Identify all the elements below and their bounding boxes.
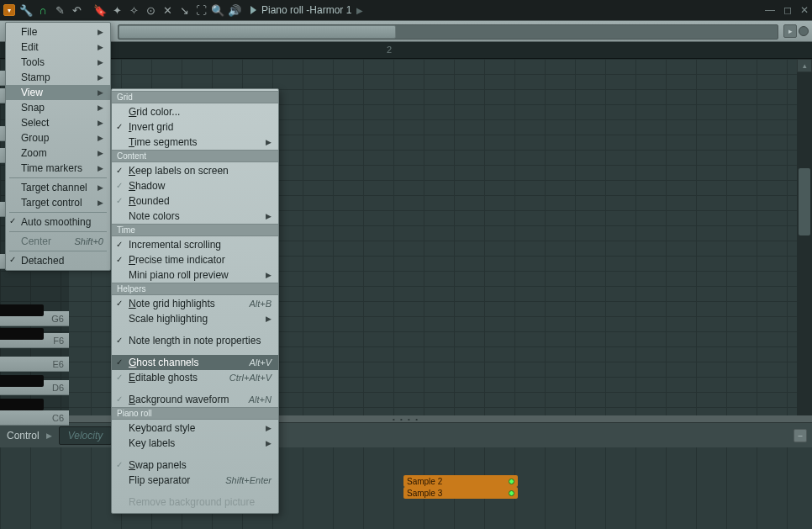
undo-icon[interactable]: ↶ [69, 3, 84, 18]
key-label[interactable]: E6 [0, 357, 69, 372]
menu-item-tools[interactable]: Tools▶ [6, 55, 110, 70]
chevron-right-icon: ▶ [266, 271, 272, 279]
menu-item-edit[interactable]: Edit▶ [6, 40, 110, 55]
control-minus-button[interactable]: – [794, 429, 807, 442]
submenu-item-grid-color-[interactable]: Grid color... [112, 104, 278, 119]
titlebar: ▾ 🔧 ∩ ✎ ↶ 🔖 ✦ ✧ ⊙ ✕ ↘ ⛶ 🔍 🔊 Piano roll -… [0, 0, 812, 20]
chevron-right-icon: ▶ [266, 138, 272, 146]
submenu-header: Piano roll [112, 407, 278, 420]
scroll-thumb[interactable] [799, 168, 810, 235]
submenu-item-swap-panels[interactable]: ✓Swap panels [112, 458, 278, 473]
chevron-right-icon: ▶ [266, 439, 272, 447]
control-target-chip[interactable]: Velocity [59, 426, 113, 445]
close-button[interactable]: ✕ [800, 4, 809, 16]
control-forward-icon[interactable]: ▶ [46, 431, 52, 440]
speaker-icon[interactable]: 🔊 [227, 3, 242, 18]
submenu-item-mini-piano-roll-preview[interactable]: Mini piano roll preview▶ [112, 267, 278, 283]
timeline-ruler[interactable]: 2 [0, 42, 812, 59]
menu-item-file[interactable]: File▶ [6, 24, 110, 40]
submenu-item-editable-ghosts[interactable]: ✓Editable ghostsCtrl+Alt+V [112, 370, 278, 385]
submenu-item-invert-grid[interactable]: ✓Invert grid [112, 119, 278, 135]
slice-icon[interactable]: ↘ [177, 3, 192, 18]
menu-item-target-control[interactable]: Target control▶ [6, 195, 110, 210]
submenu-item-note-colors[interactable]: Note colors▶ [112, 209, 278, 224]
menu-item-auto-smoothing[interactable]: ✓Auto smoothing [6, 214, 110, 230]
check-icon: ✓ [116, 373, 123, 382]
black-key[interactable] [0, 399, 44, 410]
submenu-item-ghost-channels[interactable]: ✓Ghost channelsAlt+V [112, 355, 278, 370]
check-icon: ✓ [116, 196, 123, 205]
menu-item-stamp[interactable]: Stamp▶ [6, 70, 110, 85]
sample-label: Sample 3 [407, 489, 442, 498]
vertical-scrollbar[interactable]: ▴ [797, 59, 812, 415]
wrench-icon[interactable]: 🔧 [18, 3, 34, 18]
check-icon: ✓ [116, 166, 123, 175]
black-key[interactable] [0, 304, 44, 316]
menu-item-detached[interactable]: ✓Detached [6, 253, 110, 268]
submenu-header: Time [112, 224, 278, 236]
sample-status-dot [509, 490, 514, 496]
check-icon: ✓ [116, 357, 123, 367]
wand-icon[interactable]: ✦ [109, 3, 124, 18]
black-key[interactable] [0, 375, 44, 387]
control-label: Control [7, 430, 40, 442]
sparkle-icon[interactable]: ✧ [126, 3, 141, 18]
overview-dot[interactable] [799, 26, 809, 36]
submenu-item-key-labels[interactable]: Key labels▶ [112, 436, 278, 451]
submenu-item-keyboard-style[interactable]: Keyboard style▶ [112, 421, 278, 436]
forward-icon[interactable]: ▶ [356, 6, 363, 15]
submenu-item-keep-labels-on-screen[interactable]: ✓Keep labels on screen [112, 163, 278, 178]
zoom-icon[interactable]: 🔍 [210, 3, 225, 18]
scroll-up-button[interactable]: ▴ [797, 59, 812, 72]
maximize-button[interactable]: ◻ [783, 4, 792, 16]
submenu-header: Helpers [112, 283, 278, 295]
toolbar: ◂ 1 ◂ ▸ ▸ [0, 20, 812, 42]
submenu-item-precise-time-indicator[interactable]: ✓Precise time indicator [112, 252, 278, 267]
menu-item-target-channel[interactable]: Target channel▶ [6, 180, 110, 195]
submenu-item-scale-highlighting[interactable]: Scale highlighting▶ [112, 311, 278, 326]
submenu-item-rounded[interactable]: ✓Rounded [112, 193, 278, 209]
minimize-button[interactable]: — [765, 4, 775, 16]
check-icon: ✓ [116, 181, 123, 190]
mute-icon[interactable]: ✕ [160, 3, 175, 18]
title-instrument: Harmor 1 [309, 4, 351, 16]
overview-scroll-thumb[interactable] [119, 25, 396, 39]
tag-icon[interactable]: 🔖 [92, 3, 108, 18]
overview-right-button[interactable]: ▸ [783, 24, 797, 38]
chevron-right-icon: ▶ [266, 315, 272, 323]
sample-clip[interactable]: Sample 2 [403, 475, 518, 487]
menu-item-center[interactable]: CenterShift+0 [6, 234, 110, 249]
sample-label: Sample 2 [407, 477, 442, 486]
black-key[interactable] [0, 328, 44, 340]
ruler-mark: 2 [387, 45, 392, 55]
fullscreen-icon[interactable]: ⛶ [193, 3, 208, 18]
main-menu-dropdown-icon[interactable]: ▾ [3, 4, 15, 16]
horizontal-overview-scrollbar[interactable] [118, 24, 778, 40]
menu-item-select[interactable]: Select▶ [6, 115, 110, 130]
menu-item-zoom[interactable]: Zoom▶ [6, 145, 110, 161]
main-context-menu: File▶Edit▶Tools▶Stamp▶View▶Snap▶Select▶G… [5, 22, 111, 271]
submenu-header: Grid [112, 91, 278, 103]
magnet-icon[interactable]: ∩ [35, 3, 50, 18]
check-icon: ✓ [116, 255, 123, 264]
submenu-item-background-waveform[interactable]: ✓Background waveformAlt+N [112, 392, 278, 407]
view-submenu: GridGrid color...✓Invert gridTime segmen… [111, 88, 279, 514]
submenu-header: Content [112, 150, 278, 162]
pencil-icon[interactable]: ✎ [52, 3, 67, 18]
target-icon[interactable]: ⊙ [143, 3, 158, 18]
sample-clip[interactable]: Sample 3 [403, 487, 518, 499]
submenu-item-shadow[interactable]: ✓Shadow [112, 178, 278, 193]
check-icon: ✓ [116, 460, 123, 469]
submenu-item-note-grid-highlights[interactable]: ✓Note grid highlightsAlt+B [112, 296, 278, 311]
submenu-item-time-segments[interactable]: Time segments▶ [112, 135, 278, 150]
submenu-item-note-length-in-note-properties[interactable]: ✓Note length in note properties [112, 333, 278, 348]
submenu-item-flip-separator[interactable]: Flip separatorShift+Enter [112, 473, 278, 488]
menu-item-time-markers[interactable]: Time markers▶ [6, 161, 110, 176]
key-label[interactable]: C6 [0, 410, 69, 426]
submenu-item-incremental-scrolling[interactable]: ✓Incremental scrolling [112, 237, 278, 252]
menu-item-snap[interactable]: Snap▶ [6, 100, 110, 115]
menu-item-view[interactable]: View▶ [6, 85, 110, 100]
menu-item-group[interactable]: Group▶ [6, 130, 110, 145]
sample-status-dot [509, 479, 514, 484]
check-icon: ✓ [116, 299, 123, 308]
